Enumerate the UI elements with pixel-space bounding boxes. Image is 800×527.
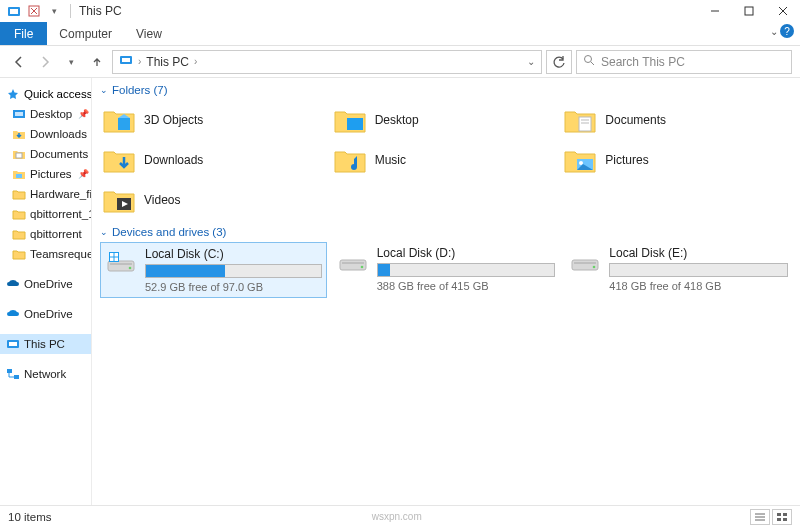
drive-free-text: 52.9 GB free of 97.0 GB: [145, 281, 322, 293]
sidebar-item[interactable]: Documents📌: [0, 144, 91, 164]
folder-icon: [12, 187, 26, 201]
back-button[interactable]: [8, 51, 30, 73]
search-input[interactable]: Search This PC: [576, 50, 792, 74]
large-icons-view-button[interactable]: [772, 509, 792, 525]
chevron-down-icon: ⌄: [100, 227, 108, 237]
drive-item[interactable]: Local Disk (C:) 52.9 GB free of 97.0 GB: [100, 242, 327, 298]
folder-label: Documents: [605, 113, 666, 127]
group-folders-header[interactable]: ⌄ Folders (7): [100, 84, 792, 96]
recent-locations-dropdown[interactable]: ▾: [60, 51, 82, 73]
svg-rect-10: [15, 112, 23, 116]
tab-view[interactable]: View: [124, 22, 174, 45]
sidebar-item[interactable]: Teamsrequest: [0, 244, 91, 264]
tab-file[interactable]: File: [0, 22, 47, 45]
ribbon-expand-icon[interactable]: ⌄: [770, 26, 778, 37]
drive-item[interactable]: Local Disk (D:) 388 GB free of 415 GB: [333, 242, 560, 298]
ribbon-tabs: File Computer View ⌄ ?: [0, 22, 800, 46]
group-drives-header[interactable]: ⌄ Devices and drives (3): [100, 226, 792, 238]
folder-item[interactable]: Documents: [561, 100, 792, 140]
folder-label: 3D Objects: [144, 113, 203, 127]
svg-rect-31: [110, 258, 114, 262]
refresh-button[interactable]: [546, 50, 572, 74]
details-view-button[interactable]: [750, 509, 770, 525]
navigation-bar: ▾ › This PC › ⌄ Search This PC: [0, 46, 800, 78]
sidebar-item[interactable]: qbittorrent_1: [0, 204, 91, 224]
sidebar-item[interactable]: qbittorrent: [0, 224, 91, 244]
folder-label: Music: [375, 153, 406, 167]
svg-rect-4: [745, 7, 753, 15]
chevron-right-icon[interactable]: ›: [194, 56, 197, 67]
sidebar-item-label: Teamsrequest: [30, 248, 92, 260]
sidebar-item-label: qbittorrent_1: [30, 208, 92, 220]
sidebar-item-label: Downloads: [30, 128, 87, 140]
folder-item[interactable]: Desktop: [331, 100, 562, 140]
folder-icon: [563, 145, 597, 175]
svg-point-23: [579, 161, 583, 165]
sidebar-onedrive[interactable]: OneDrive: [0, 304, 91, 324]
cloud-icon: [6, 277, 20, 291]
sidebar-item[interactable]: Pictures📌: [0, 164, 91, 184]
drive-capacity-bar: [145, 264, 322, 278]
qat-properties-icon[interactable]: [26, 3, 42, 19]
sidebar-item-label: Desktop: [30, 108, 72, 120]
svg-rect-1: [10, 9, 18, 14]
minimize-button[interactable]: [698, 0, 732, 22]
svg-rect-37: [574, 262, 596, 264]
app-icon: [6, 3, 22, 19]
star-icon: [6, 87, 20, 101]
sidebar-this-pc[interactable]: This PC: [0, 334, 91, 354]
folder-item[interactable]: Pictures: [561, 140, 792, 180]
close-button[interactable]: [766, 0, 800, 22]
search-icon: [583, 54, 595, 69]
chevron-right-icon[interactable]: ›: [138, 56, 141, 67]
address-dropdown-icon[interactable]: ⌄: [527, 56, 535, 67]
drive-item[interactable]: Local Disk (E:) 418 GB free of 418 GB: [565, 242, 792, 298]
sidebar-item[interactable]: Desktop📌: [0, 104, 91, 124]
svg-rect-43: [783, 513, 787, 516]
folder-icon: [333, 145, 367, 175]
help-icon[interactable]: ?: [780, 24, 794, 38]
title-bar: ▾ This PC: [0, 0, 800, 22]
breadcrumb-this-pc[interactable]: This PC: [146, 55, 189, 69]
folder-icon: [12, 127, 26, 141]
main-area: Quick access Desktop📌Downloads📌Documents…: [0, 78, 800, 505]
svg-rect-17: [118, 118, 130, 130]
svg-rect-34: [342, 262, 364, 264]
sidebar-network[interactable]: Network: [0, 364, 91, 384]
svg-rect-44: [777, 518, 781, 521]
svg-rect-29: [110, 253, 114, 257]
svg-point-7: [585, 56, 592, 63]
address-bar[interactable]: › This PC › ⌄: [112, 50, 542, 74]
svg-rect-16: [14, 375, 19, 379]
folder-item[interactable]: Music: [331, 140, 562, 180]
forward-button[interactable]: [34, 51, 56, 73]
svg-point-35: [360, 266, 363, 269]
svg-rect-30: [115, 253, 119, 257]
cloud-icon: [6, 307, 20, 321]
pin-icon: 📌: [78, 109, 89, 119]
folder-label: Downloads: [144, 153, 203, 167]
folder-label: Videos: [144, 193, 180, 207]
tab-computer[interactable]: Computer: [47, 22, 124, 45]
folder-item[interactable]: Downloads: [100, 140, 331, 180]
svg-point-38: [593, 266, 596, 269]
svg-rect-26: [110, 263, 132, 265]
folder-icon: [102, 185, 136, 215]
sidebar-item[interactable]: Downloads📌: [0, 124, 91, 144]
drive-capacity-bar: [377, 263, 556, 277]
folder-item[interactable]: 3D Objects: [100, 100, 331, 140]
svg-rect-32: [115, 258, 119, 262]
folder-icon: [333, 105, 367, 135]
svg-rect-19: [579, 117, 591, 131]
sidebar-quick-access[interactable]: Quick access: [0, 84, 91, 104]
pin-icon: 📌: [78, 169, 89, 179]
drive-capacity-bar: [609, 263, 788, 277]
qat-dropdown-icon[interactable]: ▾: [46, 3, 62, 19]
sidebar-item[interactable]: Hardware_files: [0, 184, 91, 204]
sidebar-onedrive[interactable]: OneDrive: [0, 274, 91, 294]
up-button[interactable]: [86, 51, 108, 73]
maximize-button[interactable]: [732, 0, 766, 22]
drive-label: Local Disk (D:): [377, 246, 556, 260]
folder-icon: [12, 247, 26, 261]
folder-item[interactable]: Videos: [100, 180, 331, 220]
